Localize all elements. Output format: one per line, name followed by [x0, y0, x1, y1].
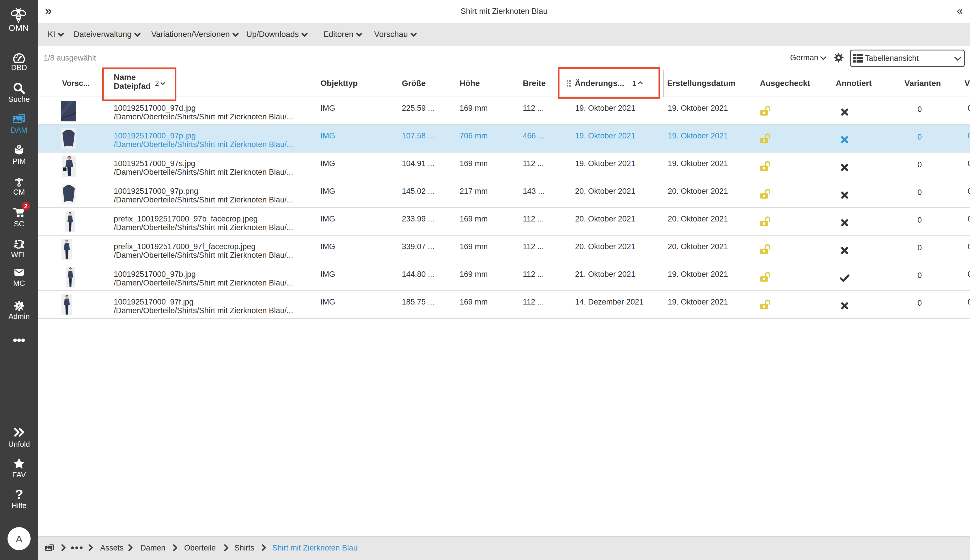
- svg-text:P: P: [18, 145, 20, 148]
